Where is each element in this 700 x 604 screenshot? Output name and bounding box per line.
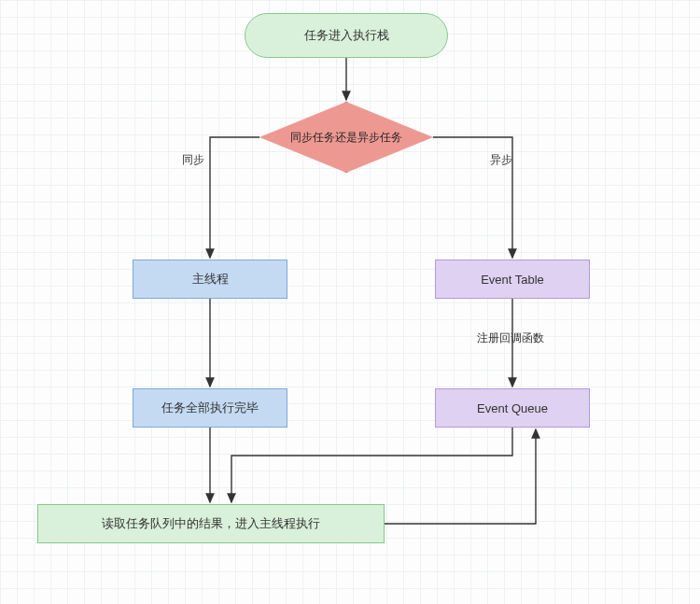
event-queue-label: Event Queue	[477, 401, 548, 415]
start-node: 任务进入执行栈	[245, 13, 448, 58]
all-done-node: 任务全部执行完毕	[133, 388, 287, 428]
event-table-label: Event Table	[481, 273, 544, 287]
main-thread-node: 主线程	[133, 260, 287, 299]
event-table-node: Event Table	[435, 260, 590, 299]
event-queue-node: Event Queue	[435, 388, 590, 428]
all-done-label: 任务全部执行完毕	[161, 400, 259, 416]
label-async: 异步	[490, 152, 512, 168]
label-register-callback: 注册回调函数	[477, 330, 544, 346]
main-thread-label: 主线程	[192, 271, 229, 288]
result-label: 读取任务队列中的结果，进入主线程执行	[102, 515, 320, 532]
label-sync: 同步	[182, 152, 204, 168]
decision-label: 同步任务还是异步任务	[259, 102, 433, 173]
start-label: 任务进入执行栈	[304, 27, 389, 44]
decision-node: 同步任务还是异步任务	[259, 102, 433, 173]
result-node: 读取任务队列中的结果，进入主线程执行	[37, 504, 385, 543]
